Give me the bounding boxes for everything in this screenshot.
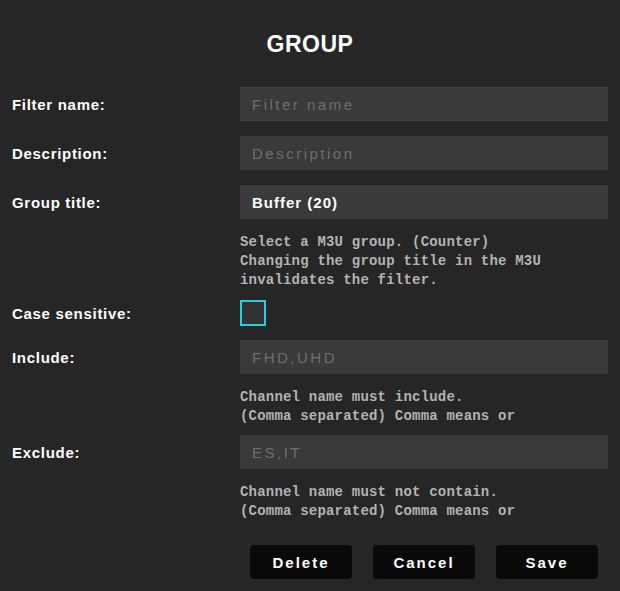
- help-line: invalidates the filter.: [240, 271, 608, 290]
- group-title-help: Select a M3U group. (Counter) Changing t…: [240, 233, 608, 290]
- help-line: (Comma separated) Comma means or: [240, 502, 608, 521]
- exclude-label: Exclude:: [12, 444, 240, 461]
- description-input[interactable]: [240, 136, 608, 170]
- help-line: (Comma separated) Comma means or: [240, 407, 608, 426]
- group-title-row: Group title: Buffer (20): [12, 185, 608, 219]
- group-title-label: Group title:: [12, 194, 240, 211]
- page-title: GROUP: [12, 0, 608, 58]
- filter-name-label: Filter name:: [12, 96, 240, 113]
- help-line: Channel name must not contain.: [240, 483, 608, 502]
- include-row: Include:: [12, 340, 608, 374]
- help-line: Changing the group title in the M3U: [240, 252, 608, 271]
- filter-name-row: Filter name:: [12, 87, 608, 121]
- filter-name-input[interactable]: [240, 87, 608, 121]
- cancel-button[interactable]: Cancel: [373, 545, 475, 579]
- group-dialog: GROUP Filter name: Description: Group ti…: [0, 0, 620, 579]
- group-title-select[interactable]: Buffer (20): [240, 185, 608, 219]
- exclude-row: Exclude:: [12, 435, 608, 469]
- include-input[interactable]: [240, 340, 608, 374]
- group-title-selected-value: Buffer (20): [252, 194, 338, 211]
- case-sensitive-checkbox[interactable]: [240, 300, 266, 326]
- case-sensitive-label: Case sensitive:: [12, 305, 240, 322]
- help-line: Select a M3U group. (Counter): [240, 233, 608, 252]
- help-line: Channel name must include.: [240, 388, 608, 407]
- delete-button[interactable]: Delete: [250, 545, 352, 579]
- include-help: Channel name must include. (Comma separa…: [240, 388, 608, 426]
- description-row: Description:: [12, 136, 608, 170]
- exclude-help: Channel name must not contain. (Comma se…: [240, 483, 608, 521]
- case-sensitive-row: Case sensitive:: [12, 300, 608, 326]
- description-label: Description:: [12, 145, 240, 162]
- exclude-input[interactable]: [240, 435, 608, 469]
- include-label: Include:: [12, 349, 240, 366]
- button-bar: Delete Cancel Save: [240, 545, 608, 579]
- save-button[interactable]: Save: [496, 545, 598, 579]
